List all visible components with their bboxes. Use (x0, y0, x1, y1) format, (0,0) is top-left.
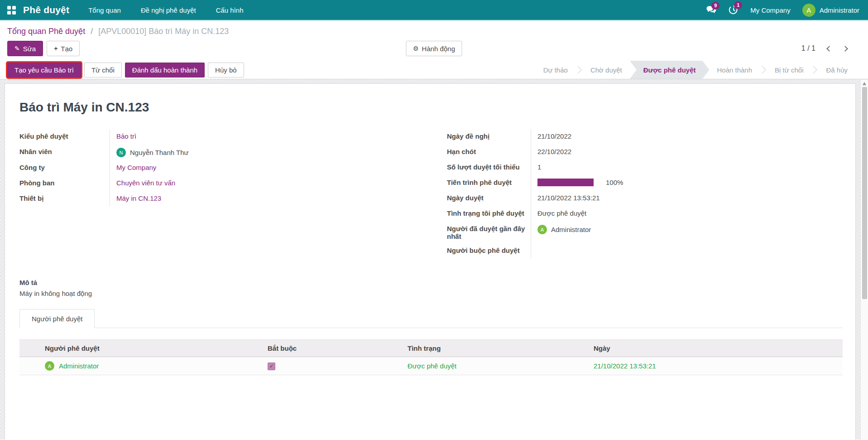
menu-item-configuration[interactable]: Cấu hình (216, 6, 244, 14)
status-step-done[interactable]: Hoàn thành (709, 61, 760, 79)
header-date[interactable]: Ngày (590, 340, 843, 357)
field-deadline: Hạn chót 22/10/2022 (447, 145, 843, 160)
forced-approver-value (531, 243, 537, 250)
header-approver[interactable]: Người phê duyệt (41, 340, 264, 357)
mark-done-button[interactable]: Đánh dấu hoàn thành (125, 63, 205, 77)
employee-avatar: N (116, 148, 126, 157)
step-chevron-icon (811, 61, 818, 79)
field-min-approvals: Số lượt duyệt tối thiểu 1 (447, 160, 843, 175)
approvers-table-header: Người phê duyệt Bắt buộc Tình trạng Ngày (19, 340, 843, 357)
field-approval-type: Kiểu phê duyệt Bảo trì (19, 129, 415, 145)
employee-name[interactable]: Nguyễn Thanh Thư (130, 149, 189, 156)
menu-item-approval-requests[interactable]: Đề nghị phê duyệt (141, 6, 196, 14)
apps-menu-icon[interactable] (7, 6, 16, 15)
menu-item-overview[interactable]: Tổng quan (88, 6, 121, 14)
status-pipeline: Dự thảo Chờ duyệt Được phê duyệt Hoàn th… (536, 61, 855, 79)
my-approval-status-value: Được phê duyệt (531, 206, 586, 220)
breadcrumb-parent-link[interactable]: Tổng quan Phê duyệt (7, 27, 85, 36)
equipment-link[interactable]: Máy in CN.123 (116, 194, 161, 202)
last-approver-avatar: A (537, 225, 547, 234)
control-panel-buttons: ✎ Sửa + Tạo ⚙ Hành động 1 / 1 (0, 37, 868, 61)
header-status[interactable]: Tình trạng (404, 340, 590, 357)
activities-badge: 1 (734, 1, 742, 9)
user-name: Administrator (820, 6, 859, 14)
field-equipment: Thiết bị Máy in CN.123 (19, 191, 415, 207)
activities-button[interactable]: 1 (729, 5, 739, 15)
messages-button[interactable]: 9 (706, 5, 717, 15)
step-chevron-icon (760, 61, 767, 79)
approver-name: Administrator (59, 362, 99, 370)
status-step-waiting[interactable]: Chờ duyệt (583, 61, 630, 79)
pager: 1 / 1 (801, 44, 847, 53)
field-request-date: Ngày đề nghị 21/10/2022 (447, 129, 843, 145)
field-company: Công ty My Company (19, 160, 415, 176)
control-panel: Tổng quan Phê duyệt / [APVL00010] Báo tr… (0, 21, 868, 79)
create-button[interactable]: + Tạo (47, 41, 80, 56)
plus-icon: + (54, 45, 58, 52)
approval-type-link[interactable]: Bảo trì (116, 132, 136, 140)
notebook: Người phê duyệt Người phê duyệt Bắt buộc… (19, 309, 843, 375)
status-step-refused[interactable]: Bị từ chối (767, 61, 811, 79)
header-required[interactable]: Bắt buộc (264, 340, 404, 357)
row-handle-cell (19, 357, 41, 375)
status-step-draft[interactable]: Dự thảo (536, 61, 575, 79)
user-avatar: A (802, 4, 815, 17)
check-icon: ✓ (269, 363, 273, 369)
approval-progressbar (537, 179, 594, 186)
status-step-cancelled[interactable]: Đã hủy (818, 61, 855, 79)
field-department: Phòng ban Chuyên viên tư vấn (19, 176, 415, 191)
refuse-button[interactable]: Từ chối (84, 63, 122, 77)
pager-counter: 1 / 1 (801, 44, 815, 53)
deadline-value: 22/10/2022 (531, 145, 571, 159)
user-menu[interactable]: A Administrator (802, 4, 859, 17)
required-checkbox-checked[interactable]: ✓ (268, 363, 275, 370)
request-date-value: 21/10/2022 (531, 129, 571, 143)
last-approver-name[interactable]: Administrator (551, 226, 591, 233)
field-approved-date: Ngày duyệt 21/10/2022 13:53:21 (447, 191, 843, 206)
field-approval-progress: Tiến trình phê duyệt 100% (447, 175, 843, 191)
right-field-group: Ngày đề nghị 21/10/2022 Hạn chót 22/10/2… (447, 129, 843, 259)
field-my-approval-status: Tình trạng tôi phê duyệt Được phê duyệt (447, 206, 843, 222)
field-employee: Nhân viên N Nguyễn Thanh Thư (19, 145, 415, 160)
step-chevron-icon (575, 61, 583, 79)
top-navbar: Phê duyệt Tổng quan Đề nghị phê duyệt Cấ… (0, 0, 868, 21)
field-forced-approver: Người buộc phê duyệt (447, 243, 843, 259)
field-last-approver: Người đã duyệt gần đây nhất A Administra… (447, 222, 843, 243)
breadcrumb-current: [APVL00010] Báo trì Máy in CN.123 (98, 27, 229, 36)
scrollbar-up-arrow-icon[interactable] (863, 82, 866, 85)
breadcrumb-separator: / (91, 27, 93, 36)
pager-next-icon[interactable] (842, 46, 848, 52)
row-date: 21/10/2022 13:53:21 (590, 357, 843, 375)
department-link[interactable]: Chuyên viên tư vấn (116, 179, 175, 187)
approval-progress-percent: 100% (606, 179, 623, 186)
status-step-approved[interactable]: Được phê duyệt (630, 61, 710, 79)
app-brand[interactable]: Phê duyệt (23, 5, 69, 15)
header-handle-cell (19, 340, 41, 357)
min-approvals-value: 1 (531, 160, 541, 174)
approvers-table: Người phê duyệt Bắt buộc Tình trạng Ngày… (19, 339, 843, 375)
form-content-area: Báo trì Máy in CN.123 Kiểu phê duyệt Bảo… (0, 79, 868, 440)
edit-button[interactable]: ✎ Sửa (7, 41, 43, 56)
statusbar-buttons: Tạo yêu cầu Bảo trì Từ chối Đánh dấu hoà… (7, 61, 244, 79)
table-row[interactable]: A Administrator ✓ Được phê duyệt 21/10/2… (19, 357, 843, 375)
field-groups: Kiểu phê duyệt Bảo trì Nhân viên N Nguyễ… (19, 129, 843, 259)
scrollbar-thumb[interactable] (862, 87, 867, 299)
pencil-icon: ✎ (14, 45, 20, 52)
messages-badge: 9 (711, 2, 719, 10)
cancel-button[interactable]: Hủy bỏ (208, 63, 244, 77)
form-statusbar: Tạo yêu cầu Bảo trì Từ chối Đánh dấu hoà… (0, 61, 868, 79)
tab-approvers[interactable]: Người phê duyệt (19, 309, 95, 328)
gear-icon: ⚙ (413, 45, 419, 52)
approved-date-value: 21/10/2022 13:53:21 (531, 191, 600, 205)
description-label: Mô tả (19, 279, 843, 286)
create-maintenance-request-button[interactable]: Tạo yêu cầu Bảo trì (7, 63, 81, 77)
description-text: Máy in không hoạt động (19, 290, 843, 297)
breadcrumb: Tổng quan Phê duyệt / [APVL00010] Báo tr… (0, 21, 868, 37)
action-button[interactable]: ⚙ Hành động (406, 41, 462, 56)
navbar-systray: 9 1 My Company A Administrator (706, 4, 859, 17)
approver-avatar: A (45, 361, 54, 371)
vertical-scrollbar[interactable] (860, 80, 868, 440)
company-link[interactable]: My Company (116, 164, 156, 171)
company-switcher[interactable]: My Company (750, 6, 790, 14)
pager-previous-icon[interactable] (826, 46, 832, 52)
